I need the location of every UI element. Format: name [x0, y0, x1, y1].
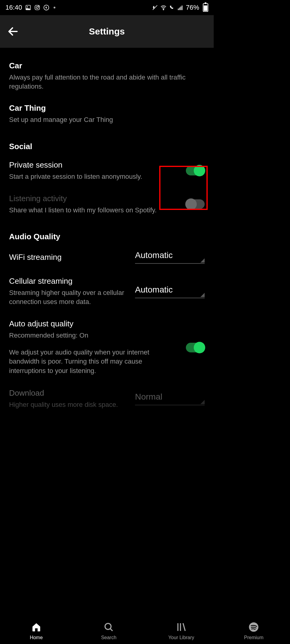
svg-rect-10 [180, 7, 181, 10]
setting-car-thing[interactable]: Car Thing Set up and manage your Car Thi… [9, 97, 205, 130]
cellular-streaming-select[interactable]: Automatic [135, 285, 205, 298]
battery-percent: 76% [186, 4, 199, 11]
cellular-streaming-value: Automatic [135, 285, 205, 298]
auto-adjust-extra: We adjust your audio quality when your i… [9, 348, 180, 376]
wifi-streaming-title: WiFi streaming [9, 253, 129, 262]
auto-adjust-sub: Recommended setting: On [9, 331, 180, 340]
auto-adjust-toggle[interactable] [186, 343, 205, 352]
svg-point-1 [27, 6, 28, 7]
listening-activity-toggle[interactable] [186, 199, 205, 209]
listening-activity-sub: Share what I listen to with my followers… [9, 206, 180, 215]
car-title: Car [9, 61, 205, 70]
listening-activity-title: Listening activity [9, 194, 180, 203]
setting-car[interactable]: Car Always pay full attention to the roa… [9, 54, 205, 97]
notification-dot-icon [54, 7, 55, 8]
car-thing-sub: Set up and manage your Car Thing [9, 115, 205, 124]
setting-private-session[interactable]: Private session Start a private session … [9, 154, 205, 187]
dropdown-icon [200, 400, 205, 404]
setting-wifi-streaming[interactable]: WiFi streaming Automatic [9, 244, 205, 270]
svg-rect-8 [178, 8, 179, 10]
dropdown-icon [200, 293, 205, 297]
auto-adjust-title: Auto adjust quality [9, 319, 180, 329]
svg-point-4 [38, 6, 39, 7]
setting-listening-activity[interactable]: Listening activity Share what I listen t… [9, 187, 205, 221]
settings-content: Car Always pay full attention to the roa… [0, 48, 214, 415]
private-session-sub: Start a private session to listen anonym… [9, 172, 180, 181]
svg-rect-9 [179, 8, 180, 10]
section-social: Social [9, 142, 205, 151]
dropdown-icon [200, 258, 205, 263]
call-wifi-icon [169, 5, 175, 11]
settings-header: Settings [0, 15, 214, 48]
download-value: Normal [135, 392, 205, 405]
car-thing-title: Car Thing [9, 103, 205, 113]
car-sub: Always pay full attention to the road an… [9, 73, 205, 91]
download-select[interactable]: Normal [135, 392, 205, 405]
signal-icon [177, 5, 183, 11]
private-session-toggle[interactable] [186, 166, 205, 175]
svg-rect-11 [182, 5, 183, 10]
setting-download[interactable]: Download Higher quality uses more disk s… [9, 382, 205, 415]
image-icon [25, 5, 31, 11]
status-bar: 16:40 76% [0, 0, 214, 15]
instagram-icon [34, 5, 40, 11]
app-update-icon [43, 5, 49, 11]
svg-point-3 [36, 7, 38, 9]
setting-auto-adjust-quality[interactable]: Auto adjust quality Recommended setting:… [9, 312, 205, 382]
cellular-streaming-title: Cellular streaming [9, 276, 129, 286]
vibrate-icon [152, 5, 158, 11]
svg-point-7 [163, 9, 164, 10]
setting-cellular-streaming[interactable]: Cellular streaming Streaming higher qual… [9, 270, 205, 312]
private-session-title: Private session [9, 160, 180, 170]
wifi-icon [160, 5, 166, 11]
download-title: Download [9, 388, 129, 398]
section-audio-quality: Audio Quality [9, 232, 205, 241]
wifi-streaming-select[interactable]: Automatic [135, 250, 205, 264]
header-title: Settings [6, 26, 208, 37]
wifi-streaming-value: Automatic [135, 250, 205, 263]
battery-icon [203, 3, 208, 12]
cellular-streaming-sub: Streaming higher quality over a cellular… [9, 288, 129, 306]
status-time: 16:40 [5, 4, 22, 11]
download-sub: Higher quality uses more disk space. [9, 400, 129, 409]
